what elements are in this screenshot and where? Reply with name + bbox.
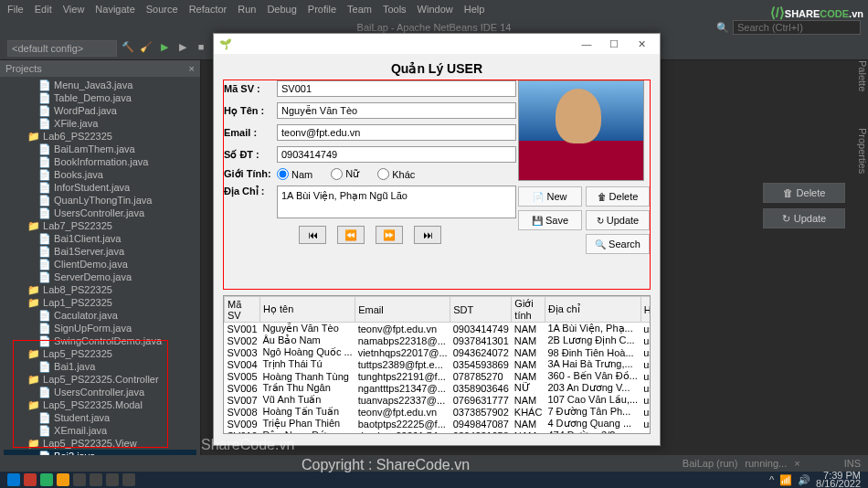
maximize-icon[interactable]: ☐ xyxy=(601,36,627,52)
save-button[interactable]: 💾 Save xyxy=(518,210,582,230)
menu-edit[interactable]: Edit xyxy=(35,4,52,15)
last-button[interactable]: ⏭ xyxy=(414,226,441,244)
radio-khac[interactable]: Khác xyxy=(377,168,415,180)
prev-button[interactable]: ⏪ xyxy=(337,226,365,244)
close-task-icon[interactable]: × xyxy=(794,458,799,469)
tree-item[interactable]: 📄 XEmail.java xyxy=(4,424,196,437)
tree-item[interactable]: 📄 SignUpForm.java xyxy=(4,322,196,334)
ide-menubar[interactable]: FileEditViewNavigateSourceRefactorRunDeb… xyxy=(0,0,868,18)
diachi-input[interactable] xyxy=(277,186,516,218)
new-button[interactable]: 📄 New xyxy=(518,186,582,207)
tree-item[interactable]: 📄 Caculator.java xyxy=(4,309,196,322)
menu-source[interactable]: Source xyxy=(146,4,178,15)
tree-item[interactable]: 📁 Lab8_PS22325 xyxy=(4,283,196,296)
project-tree[interactable]: 📄 Menu_Java3.java📄 Table_Demo.java📄 Word… xyxy=(0,77,200,488)
run-icon[interactable]: ▶ xyxy=(157,41,172,56)
tree-item[interactable]: 📄 Menu_Java3.java xyxy=(4,79,196,91)
table-row[interactable]: SV008Hoàng Tấn Tuấnteonv@fpt.edu.vn03738… xyxy=(225,406,651,418)
app-icon[interactable] xyxy=(40,473,53,486)
clean-icon[interactable]: 🧹 xyxy=(139,41,153,56)
close-icon[interactable]: × xyxy=(189,63,195,74)
radio-nu[interactable]: Nữ xyxy=(331,168,359,180)
menu-tools[interactable]: Tools xyxy=(383,4,407,15)
tree-item[interactable]: 📄 Bai1Client.java xyxy=(4,232,196,245)
tree-item[interactable]: 📄 BookInformation.java xyxy=(4,155,196,168)
wifi-icon[interactable]: 📶 xyxy=(779,474,792,486)
update-button[interactable]: ↻ Update xyxy=(586,210,650,230)
tree-item[interactable]: 📁 Lap5_PS22325.View xyxy=(4,437,196,450)
menu-view[interactable]: View xyxy=(63,4,85,15)
search-input[interactable] xyxy=(733,20,861,35)
minimize-icon[interactable]: — xyxy=(574,36,599,52)
radio-nam[interactable]: Nam xyxy=(277,168,312,180)
table-row[interactable]: SV001Nguyễn Văn Tèoteonv@fpt.edu.vn09034… xyxy=(225,323,651,335)
column-header[interactable]: Email xyxy=(355,297,450,323)
tree-item[interactable]: 📄 XFile.java xyxy=(4,117,196,130)
menu-profile[interactable]: Profile xyxy=(308,4,336,15)
menu-debug[interactable]: Debug xyxy=(267,4,296,15)
app-icon[interactable] xyxy=(106,473,119,486)
table-row[interactable]: SV005Hoàng Thanh Tùngtunghtps22191@f...0… xyxy=(225,370,651,382)
search-button[interactable]: 🔍 Search xyxy=(586,234,650,254)
search-box[interactable]: 🔍 xyxy=(716,20,861,35)
tree-item[interactable]: 📄 UsersController.java xyxy=(4,207,196,219)
app-icon[interactable] xyxy=(122,473,135,486)
tree-item[interactable]: 📄 Bai1.java xyxy=(4,360,196,373)
table-row[interactable]: SV006Trần Thu Ngânngantttps21347@...0358… xyxy=(225,382,651,394)
close-icon[interactable]: ✕ xyxy=(629,36,654,52)
hoten-input[interactable] xyxy=(277,102,516,119)
tree-item[interactable]: 📁 Lab7_PS22325 xyxy=(4,219,196,232)
tray-icon[interactable]: ^ xyxy=(769,474,774,485)
update-ref-button[interactable]: ↻ Update xyxy=(763,208,845,228)
column-header[interactable]: SDT xyxy=(450,297,512,323)
tree-item[interactable]: 📄 ClientDemo.java xyxy=(4,258,196,271)
users-table[interactable]: Mã SVHọ tênEmailSDTGiới tínhĐịa chỉHình … xyxy=(224,296,651,434)
tree-item[interactable]: 📁 Lap1_PS22325 xyxy=(4,296,196,309)
tree-item[interactable]: 📄 SwingControlDemo.java xyxy=(4,334,196,347)
config-combo[interactable]: <default config> xyxy=(7,40,117,57)
tree-item[interactable]: 📁 Lap5_PS22325.Controller xyxy=(4,373,196,386)
next-button[interactable]: ⏩ xyxy=(376,226,403,244)
tree-item[interactable]: 📄 InforStudent.java xyxy=(4,181,196,194)
app-icon[interactable] xyxy=(57,473,69,486)
table-row[interactable]: SV007Vũ Anh Tuấntuanvaps22337@...0769631… xyxy=(225,394,651,406)
menu-navigate[interactable]: Navigate xyxy=(95,4,134,15)
menu-help[interactable]: Help xyxy=(464,4,485,15)
tree-item[interactable]: 📄 WordPad.java xyxy=(4,104,196,117)
tree-item[interactable]: 📄 UsersController.java xyxy=(4,386,196,398)
table-row[interactable]: SV010Đậu Ngọc Đứcducdnps22361@f...039422… xyxy=(225,430,651,434)
windows-taskbar[interactable]: ^ 📶 🔊 7:39 PM 8/16/2022 xyxy=(0,472,868,488)
volume-icon[interactable]: 🔊 xyxy=(798,474,810,486)
app-icon[interactable] xyxy=(24,473,37,486)
tree-item[interactable]: 📁 Lab6_PS22325 xyxy=(4,130,196,143)
menu-refactor[interactable]: Refactor xyxy=(189,4,228,15)
tree-item[interactable]: 📄 Books.java xyxy=(4,168,196,181)
first-button[interactable]: ⏮ xyxy=(299,226,326,244)
tree-item[interactable]: 📁 Lap5_PS22325 xyxy=(4,347,196,360)
menu-file[interactable]: File xyxy=(7,4,24,15)
delete-button[interactable]: 🗑 Delete xyxy=(586,186,650,207)
column-header[interactable]: Hình xyxy=(640,297,651,323)
app-icon[interactable] xyxy=(90,473,102,486)
tree-item[interactable]: 📁 Lap5_PS22325.Modal xyxy=(4,398,196,411)
tree-item[interactable]: 📄 QuanLyThongTin.java xyxy=(4,194,196,207)
start-icon[interactable] xyxy=(7,473,20,486)
column-header[interactable]: Họ tên xyxy=(260,297,355,323)
tree-item[interactable]: 📄 Table_Demo.java xyxy=(4,91,196,104)
right-tool-tabs[interactable]: Palette Properties xyxy=(852,60,868,174)
tree-item[interactable]: 📄 Student.java xyxy=(4,411,196,424)
sodt-input[interactable] xyxy=(277,146,516,163)
menu-run[interactable]: Run xyxy=(238,4,256,15)
column-header[interactable]: Giới tính xyxy=(512,297,545,323)
delete-ref-button[interactable]: 🗑 Delete xyxy=(763,183,845,203)
email-input[interactable] xyxy=(277,124,516,141)
hammer-icon[interactable]: 🔨 xyxy=(121,41,135,56)
menu-team[interactable]: Team xyxy=(347,4,372,15)
app-icon[interactable] xyxy=(73,473,86,486)
tree-item[interactable]: 📄 BaiLamThem.java xyxy=(4,143,196,155)
user-photo[interactable] xyxy=(518,80,644,181)
stop-icon[interactable]: ■ xyxy=(194,41,208,56)
debug-icon[interactable]: ▶ xyxy=(175,41,190,56)
table-row[interactable]: SV009Triệu Phan Thiênbaotptps22225@f...0… xyxy=(225,418,651,430)
tree-item[interactable]: 📄 ServerDemo.java xyxy=(4,271,196,283)
